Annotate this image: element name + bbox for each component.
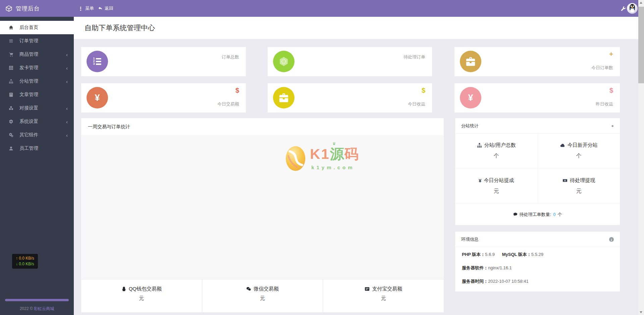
ticket-unit: 个	[557, 212, 562, 218]
sidebar-item-branches[interactable]: 分站管理 ‹	[0, 75, 74, 88]
bank-card-icon	[365, 286, 370, 291]
chevron-left-icon: ‹	[66, 52, 68, 57]
k1ym-watermark: K1♛源码 k1ym.com	[285, 145, 359, 172]
page-title: 自助下单系统管理中心	[85, 17, 155, 39]
book-icon	[9, 92, 13, 97]
chart-card-header: 一周交易与订单统计	[81, 118, 444, 136]
env-row-server-time: 服务器时间：2022-10-07 10:58:41	[462, 278, 613, 284]
stat-accent: $	[235, 87, 239, 94]
environment-title: 环境信息	[461, 236, 479, 242]
wechat-stat: 微信交易额 元	[202, 279, 323, 312]
stat-unit: 元	[323, 295, 444, 302]
info-icon	[609, 237, 614, 242]
sidebar: 后台首页 订单管理 商品管理 ‹ 发卡管理 ‹ 分站管理 ‹	[0, 17, 74, 315]
egg-logo-icon	[285, 145, 306, 172]
stat-unit: 元	[202, 295, 323, 302]
branch-grid: 分站/用户总数 个 今日新开分站 个 ¥今日分站提成 元 待处理提现 元	[455, 134, 620, 204]
stat-card-pending-orders: 待处理订单	[268, 47, 432, 76]
stat-accent: +	[609, 50, 613, 58]
sitemap-icon	[9, 79, 13, 84]
branch-cell-commission: ¥今日分站提成 元	[455, 169, 538, 204]
brand-label: 管理后台	[16, 5, 40, 12]
branch-cell-withdrawals: 待处理提现 元	[538, 169, 620, 204]
scroll-up-arrow[interactable]	[640, 2, 642, 4]
chevron-left-icon: ‹	[66, 65, 68, 71]
sidebar-nav: 后台首页 订单管理 商品管理 ‹ 发卡管理 ‹ 分站管理 ‹	[0, 17, 74, 155]
branch-cell-total: 分站/用户总数 个	[455, 134, 538, 169]
vertical-dots-icon: ⋮	[78, 6, 83, 11]
environment-card: 环境信息 PHP 版本：5.6.9 MySQL 版本：5.5.29 服务器软件：…	[455, 232, 620, 291]
branch-value: 个	[455, 152, 538, 160]
branch-stats-card: 分站统计 ● 分站/用户总数 个 今日新开分站 个 ¥今日分站提成 元 待处理提…	[455, 118, 620, 225]
wechat-icon	[246, 286, 251, 291]
network-speed-overlay: ↑ 0.0 KB/s ↓ 0.0 KB/s	[12, 254, 38, 269]
watermark-domain: k1ym.com	[310, 165, 359, 170]
top-bar: 管理后台 ⋮ 菜单 返回	[0, 0, 644, 17]
env-row-server-software: 服务器软件：nginx/1.16.1	[462, 265, 613, 271]
share-icon	[9, 106, 13, 110]
gear-icon	[9, 119, 13, 124]
user-avatar[interactable]	[627, 3, 638, 14]
briefcase-icon	[460, 51, 481, 72]
chevron-left-icon: ‹	[66, 79, 68, 84]
ordered-list-icon	[87, 51, 108, 72]
crown-icon: ♛	[332, 142, 336, 146]
branch-title: 分站统计	[461, 123, 479, 129]
cloud-icon	[560, 143, 565, 148]
scroll-down-arrow[interactable]	[640, 311, 642, 313]
stat-label: 今日收益	[408, 101, 425, 107]
back-button[interactable]: 返回	[98, 0, 113, 17]
alipay-stat: 支付宝交易额 元	[323, 279, 444, 312]
payment-stats-row: QQ钱包交易额 元 微信交易额 元 支付宝交易额 元	[81, 279, 444, 312]
sitemap-icon	[477, 143, 482, 148]
stat-card-today-volume: ¥ $ 今日交易额	[81, 83, 246, 113]
vertical-scrollbar[interactable]	[638, 0, 644, 315]
sidebar-item-api[interactable]: 对接设置 ‹	[0, 101, 74, 115]
chevron-left-icon: ‹	[66, 119, 68, 125]
chevron-left-icon: ‹	[66, 105, 68, 111]
home-icon	[9, 25, 13, 30]
menu-label: 菜单	[85, 5, 94, 11]
sidebar-item-staff[interactable]: 员工管理	[0, 142, 74, 155]
title-bar: 自助下单系统管理中心	[74, 17, 638, 39]
sidebar-item-components[interactable]: 其它组件 ‹	[0, 128, 74, 142]
stat-label: 昨日收益	[596, 101, 613, 107]
cogs-icon	[9, 133, 13, 137]
sidebar-item-cards[interactable]: 发卡管理 ‹	[0, 61, 74, 75]
branch-cell-new-today: 今日新开分站 个	[538, 134, 620, 169]
wrench-icon	[621, 6, 626, 11]
ticket-label: 待处理工单数量:	[520, 212, 551, 218]
environment-body: PHP 版本：5.6.9 MySQL 版本：5.5.29 服务器软件：nginx…	[455, 247, 620, 296]
stat-unit: 元	[81, 295, 202, 302]
sidebar-item-system[interactable]: 系统设置 ‹	[0, 115, 74, 128]
stat-label: 订单总数	[222, 54, 239, 60]
scrollbar-thumb[interactable]	[638, 7, 644, 83]
cube-icon	[5, 5, 12, 12]
list-icon	[9, 39, 13, 43]
yen-icon: ¥	[87, 87, 108, 108]
settings-wrench-button[interactable]	[621, 6, 627, 12]
money-bill-icon	[562, 178, 568, 183]
stat-accent: $	[609, 87, 613, 94]
branch-card-header: 分站统计 ●	[455, 118, 620, 134]
stat-card-yesterday-profit: ¥ $ 昨日收益	[454, 83, 620, 113]
sidebar-item-home[interactable]: 后台首页	[0, 21, 74, 34]
chart-area	[81, 136, 444, 279]
stat-label: 今日交易额	[217, 101, 239, 107]
briefcase-icon	[273, 87, 294, 108]
chevron-left-icon: ‹	[66, 132, 68, 138]
admin-dashboard: 管理后台 ⋮ 菜单 返回 后台首页	[0, 0, 644, 315]
sidebar-item-articles[interactable]: 文章管理	[0, 88, 74, 101]
env-row-versions: PHP 版本：5.6.9 MySQL 版本：5.5.29	[462, 252, 613, 258]
stat-label: 待处理订单	[404, 54, 425, 60]
sidebar-item-orders[interactable]: 订单管理	[0, 34, 74, 48]
upload-speed: ↑ 0.0 KB/s	[16, 256, 34, 261]
copyright: 2022 © 彩虹云商城	[0, 306, 74, 312]
menu-button[interactable]: ⋮ 菜单	[78, 0, 94, 17]
grid-icon	[9, 65, 13, 70]
sidebar-item-products[interactable]: 商品管理 ‹	[0, 48, 74, 61]
shop-link[interactable]: 彩虹云商城	[34, 306, 54, 311]
stat-label: 今日订单数	[591, 65, 613, 71]
stat-card-total-orders: 订单总数	[81, 47, 246, 76]
yen-icon: ¥	[460, 87, 481, 108]
